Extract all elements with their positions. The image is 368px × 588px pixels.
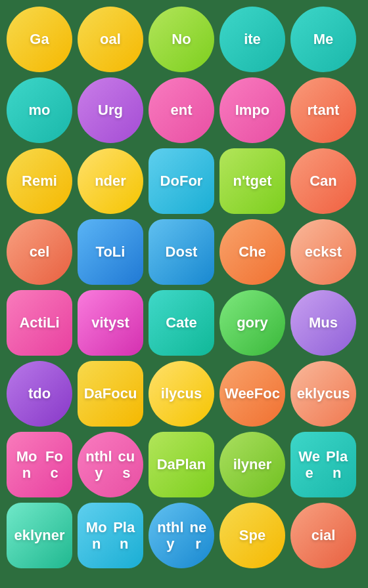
tag-item[interactable]: Me	[290, 7, 356, 72]
tag-item[interactable]: nthlycus	[78, 432, 143, 497]
tags-grid: GaoalNoiteMemoUrgentImportantReminderDoF…	[7, 7, 361, 571]
tag-item[interactable]: mo	[7, 77, 72, 143]
tag-item[interactable]: eckst	[290, 219, 356, 285]
tag-item[interactable]: Can	[290, 148, 356, 214]
tag-item[interactable]: Urg	[78, 77, 143, 143]
tag-item[interactable]: ActiLi	[7, 290, 72, 356]
tag-item[interactable]: WeePlan	[290, 432, 356, 497]
tag-item[interactable]: No	[149, 7, 214, 72]
tag-item[interactable]: ite	[219, 7, 285, 72]
tag-item[interactable]: MonFoc	[7, 432, 72, 497]
tag-item[interactable]: oal	[78, 7, 143, 72]
tag-item[interactable]: tdo	[7, 361, 72, 427]
tag-item[interactable]: eklycus	[290, 361, 356, 427]
tag-item[interactable]: gory	[219, 290, 285, 356]
tag-item[interactable]: DaFocu	[78, 361, 143, 427]
tag-item[interactable]: DaPlan	[149, 432, 214, 497]
tag-item[interactable]: Dost	[149, 219, 214, 285]
tag-item[interactable]: Cate	[149, 290, 214, 356]
tag-item[interactable]: WeeFoc	[219, 361, 285, 427]
tag-item[interactable]: vityst	[78, 290, 143, 356]
tag-item[interactable]: MonPlan	[78, 503, 143, 568]
tag-item[interactable]: Che	[219, 219, 285, 285]
tag-item[interactable]: cel	[7, 219, 72, 285]
tag-item[interactable]: Impo	[219, 77, 285, 143]
tag-item[interactable]: Ga	[7, 7, 72, 72]
tag-item[interactable]: eklyner	[7, 503, 72, 568]
tag-item[interactable]: Remi	[7, 148, 72, 214]
tag-item[interactable]: ilyner	[219, 432, 285, 497]
tag-item[interactable]: nder	[78, 148, 143, 214]
tag-item[interactable]: Mus	[290, 290, 356, 356]
tag-item[interactable]: DoFor	[149, 148, 214, 214]
tag-item[interactable]: Spe	[219, 503, 285, 568]
tag-item[interactable]: ilycus	[149, 361, 214, 427]
tag-item[interactable]: ent	[149, 77, 214, 143]
tag-item[interactable]: n'tget	[219, 148, 285, 214]
tag-item[interactable]: nthlyner	[149, 503, 214, 568]
tag-item[interactable]: rtant	[290, 77, 356, 143]
tag-item[interactable]: ToLi	[78, 219, 143, 285]
tag-item[interactable]: cial	[290, 503, 356, 568]
